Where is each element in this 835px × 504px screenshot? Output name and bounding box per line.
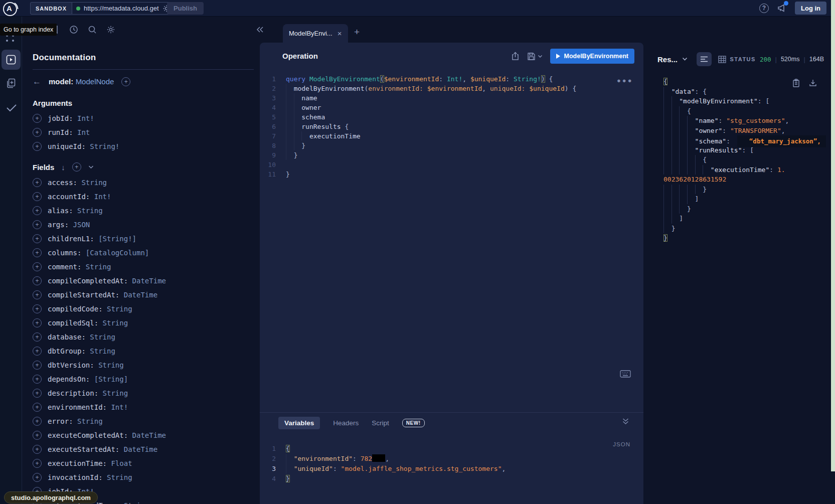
field-row[interactable]: +executeStartedAt: DateTime <box>33 442 254 456</box>
tab-headers[interactable]: Headers <box>333 419 359 427</box>
share-icon[interactable] <box>511 52 520 61</box>
tab-close-icon[interactable]: × <box>338 30 342 37</box>
field-row[interactable]: +comment: String <box>33 260 254 274</box>
add-field-plus-icon[interactable]: + <box>121 77 130 86</box>
code-line: "name": "stg_customers", <box>663 116 828 126</box>
add-to-query-plus-icon[interactable]: + <box>33 445 42 454</box>
field-row[interactable]: +error: String <box>33 414 254 428</box>
add-to-query-plus-icon[interactable]: + <box>33 276 42 285</box>
new-tab-button[interactable]: + <box>354 27 360 38</box>
field-row[interactable]: +description: String <box>33 386 254 400</box>
endpoint-url-box[interactable]: https://metadata.cloud.get <box>72 2 175 15</box>
add-to-query-plus-icon[interactable]: + <box>33 403 42 412</box>
add-to-query-plus-icon[interactable]: + <box>33 389 42 398</box>
add-to-query-plus-icon[interactable]: + <box>33 234 42 243</box>
field-row[interactable]: +alias: String <box>33 204 254 218</box>
argument-row[interactable]: +jobId: Int! <box>33 111 254 125</box>
add-to-query-plus-icon[interactable]: + <box>33 318 42 327</box>
field-row[interactable]: +environmentId: Int! <box>33 400 254 414</box>
sort-down-arrow-icon[interactable]: ↓ <box>61 163 65 172</box>
add-to-query-plus-icon[interactable]: + <box>33 347 42 356</box>
field-row-label: comment: String <box>48 263 111 271</box>
field-row[interactable]: +database: String <box>33 330 254 344</box>
docs-field-type-link[interactable]: ModelNode <box>76 77 114 86</box>
save-chevron-down-icon[interactable] <box>538 55 543 58</box>
add-to-query-plus-icon[interactable]: + <box>33 290 42 299</box>
add-to-query-plus-icon[interactable]: + <box>33 417 42 426</box>
field-row-label: executeStartedAt: DateTime <box>48 445 157 453</box>
field-row[interactable]: +access: String <box>33 176 254 190</box>
add-to-query-plus-icon[interactable]: + <box>33 248 42 257</box>
tab-modelbyenvironment[interactable]: ModelByEnvi... × <box>283 24 348 43</box>
save-operation-group[interactable] <box>527 52 543 61</box>
field-row[interactable]: +compiledSql: String <box>33 316 254 330</box>
code-line: "executionTime": 1. <box>663 165 828 175</box>
field-row[interactable]: +accountId: Int! <box>33 190 254 204</box>
save-disk-icon[interactable] <box>527 52 536 61</box>
add-to-query-plus-icon[interactable]: + <box>33 332 42 342</box>
tab-script[interactable]: Script <box>372 419 389 427</box>
search-icon[interactable] <box>88 25 97 34</box>
field-row[interactable]: +invocationId: String <box>33 470 254 484</box>
argument-row[interactable]: +uniqueId: String! <box>33 139 254 153</box>
add-to-query-plus-icon[interactable]: + <box>33 142 42 151</box>
field-row-label: args: JSON <box>48 221 90 229</box>
docs-field-name: model: <box>49 77 73 86</box>
field-row[interactable]: +executionTime: Float <box>33 456 254 470</box>
field-row[interactable]: +compiledCode: String <box>33 302 254 316</box>
add-to-query-plus-icon[interactable]: + <box>33 192 42 201</box>
tab-variables[interactable]: Variables <box>278 417 320 429</box>
collapse-panel-double-chevron-icon[interactable] <box>622 418 629 425</box>
query-editor[interactable]: 1query ModelByEnvironment($environmentId… <box>260 74 643 179</box>
endpoint-url-input[interactable]: https://metadata.cloud.get <box>84 5 159 12</box>
chevron-down-icon[interactable] <box>88 165 94 169</box>
field-row[interactable]: +compileCompletedAt: DateTime <box>33 274 254 288</box>
add-to-query-plus-icon[interactable]: + <box>33 304 42 313</box>
tree-view-toggle[interactable] <box>697 52 712 66</box>
announcements-megaphone-icon[interactable] <box>777 3 787 13</box>
login-button[interactable]: Log in <box>795 2 826 15</box>
history-icon[interactable] <box>69 25 78 34</box>
checklist-nav-icon[interactable] <box>6 103 18 113</box>
code-line: "data": { <box>663 87 828 97</box>
response-json-viewer[interactable]: {"data": {"modelByEnvironment": [{"name"… <box>663 77 828 243</box>
keyboard-shortcuts-icon[interactable] <box>620 370 631 378</box>
add-to-query-plus-icon[interactable]: + <box>33 128 42 137</box>
table-view-toggle[interactable] <box>715 52 730 66</box>
field-row[interactable]: +dependsOn: [String] <box>33 372 254 386</box>
graph-index-icon[interactable] <box>6 35 16 43</box>
add-all-fields-icon[interactable]: + <box>72 162 81 172</box>
field-row[interactable]: +childrenL1: [String!] <box>33 232 254 246</box>
add-to-query-plus-icon[interactable]: + <box>33 473 42 482</box>
documentation-panel: Documentation ← model: ModelNode + Argum… <box>22 43 254 504</box>
add-to-query-plus-icon[interactable]: + <box>33 206 42 215</box>
add-to-query-plus-icon[interactable]: + <box>33 375 42 384</box>
add-to-query-plus-icon[interactable]: + <box>33 114 42 123</box>
add-to-query-plus-icon[interactable]: + <box>33 178 42 187</box>
response-chevron-down-icon[interactable] <box>682 57 688 61</box>
field-row[interactable]: +args: JSON <box>33 218 254 232</box>
field-row[interactable]: +dbtVersion: String <box>33 358 254 372</box>
field-row[interactable]: +dbtGroup: String <box>33 344 254 358</box>
variables-editor[interactable]: 1{2"environmentId": 782,3"uniqueId": "mo… <box>260 444 506 484</box>
field-row[interactable]: +columns: [CatalogColumn] <box>33 246 254 260</box>
window-edge-scrollbar[interactable] <box>831 0 835 471</box>
run-operation-button[interactable]: ModelByEnvironment <box>550 49 635 64</box>
schema-nav-icon[interactable] <box>6 78 17 89</box>
back-arrow-icon[interactable]: ← <box>33 77 41 87</box>
argument-row[interactable]: +runId: Int <box>33 125 254 139</box>
help-icon[interactable]: ? <box>759 4 769 13</box>
field-row[interactable]: +executeCompletedAt: DateTime <box>33 428 254 442</box>
settings-gear-icon[interactable] <box>106 25 115 34</box>
explorer-nav-button[interactable] <box>2 50 21 70</box>
add-to-query-plus-icon[interactable]: + <box>33 459 42 468</box>
collapse-sidebar-icon[interactable] <box>256 26 264 34</box>
add-to-query-plus-icon[interactable]: + <box>33 431 42 440</box>
apollo-logo[interactable]: A <box>2 1 19 18</box>
publish-button[interactable]: Publish <box>167 2 204 15</box>
add-to-query-plus-icon[interactable]: + <box>33 220 42 229</box>
add-to-query-plus-icon[interactable]: + <box>33 262 42 271</box>
more-options-icon[interactable]: ●●● <box>617 77 633 84</box>
field-row[interactable]: +compileStartedAt: DateTime <box>33 288 254 302</box>
add-to-query-plus-icon[interactable]: + <box>33 361 42 370</box>
